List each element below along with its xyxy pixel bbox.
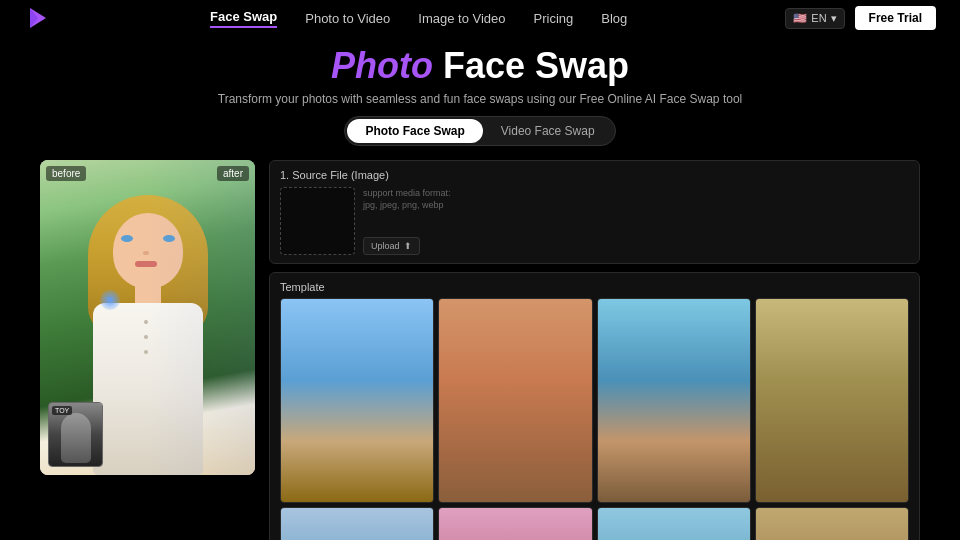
template-thumb-3[interactable] xyxy=(597,298,751,504)
after-label: after xyxy=(217,166,249,181)
nav-image-to-video[interactable]: Image to Video xyxy=(418,11,505,26)
template-thumb-7[interactable] xyxy=(597,507,751,540)
right-panel: 1. Source File (Image) support media for… xyxy=(269,160,920,540)
hero-photo-word: Photo xyxy=(331,45,433,86)
flag-icon: 🇺🇸 xyxy=(793,12,807,25)
source-upload-button[interactable]: Upload ⬆ xyxy=(363,237,420,255)
before-label: before xyxy=(46,166,86,181)
chevron-down-icon: ▾ xyxy=(831,12,837,25)
upload-icon: ⬆ xyxy=(404,241,412,251)
lang-selector[interactable]: 🇺🇸 EN ▾ xyxy=(785,8,844,29)
source-format-text: support media format:jpg, jpeg, png, web… xyxy=(363,187,909,212)
source-panel-title: 1. Source File (Image) xyxy=(280,169,909,181)
hero-title: Photo Face Swap xyxy=(331,46,629,86)
template-grid xyxy=(280,298,909,540)
logo-icon xyxy=(24,4,52,32)
nav-blog[interactable]: Blog xyxy=(601,11,627,26)
bottom-section: before after xyxy=(40,160,920,540)
glow-effect xyxy=(100,290,120,310)
navbar: Face Swap Photo to Video Image to Video … xyxy=(0,0,960,36)
template-thumb-1[interactable] xyxy=(280,298,434,504)
nav-links: Face Swap Photo to Video Image to Video … xyxy=(210,9,627,28)
nav-photo-to-video[interactable]: Photo to Video xyxy=(305,11,390,26)
source-upload-info: support media format:jpg, jpeg, png, web… xyxy=(363,187,909,255)
thumb-label-text: TOY xyxy=(52,406,72,415)
source-upload-label: Upload xyxy=(371,241,400,251)
hero-subtitle: Transform your photos with seamless and … xyxy=(218,92,742,106)
thumbnail-overlay: TOY xyxy=(48,402,103,467)
before-after-container: before after xyxy=(40,160,255,475)
template-thumb-8[interactable] xyxy=(755,507,909,540)
template-thumb-6[interactable] xyxy=(438,507,592,540)
lang-label: EN xyxy=(811,12,826,24)
main-content: Photo Face Swap Transform your photos wi… xyxy=(0,36,960,540)
tab-video-face-swap[interactable]: Video Face Swap xyxy=(483,119,613,143)
free-trial-button[interactable]: Free Trial xyxy=(855,6,936,30)
template-thumb-4[interactable] xyxy=(755,298,909,504)
template-label: Template xyxy=(280,281,909,293)
tab-switcher: Photo Face Swap Video Face Swap xyxy=(344,116,615,146)
source-dropzone[interactable] xyxy=(280,187,355,255)
source-panel: 1. Source File (Image) support media for… xyxy=(269,160,920,264)
source-upload-area: support media format:jpg, jpeg, png, web… xyxy=(280,187,909,255)
template-thumb-5[interactable] xyxy=(280,507,434,540)
nav-pricing[interactable]: Pricing xyxy=(534,11,574,26)
template-thumb-2[interactable] xyxy=(438,298,592,504)
logo[interactable] xyxy=(24,4,52,32)
hero-heading: Photo Face Swap xyxy=(331,46,629,86)
template-panel: Template xyxy=(269,272,920,540)
navbar-right: 🇺🇸 EN ▾ Free Trial xyxy=(785,6,936,30)
tab-photo-face-swap[interactable]: Photo Face Swap xyxy=(347,119,482,143)
hero-rest-word: Face Swap xyxy=(443,45,629,86)
nav-face-swap[interactable]: Face Swap xyxy=(210,9,277,28)
